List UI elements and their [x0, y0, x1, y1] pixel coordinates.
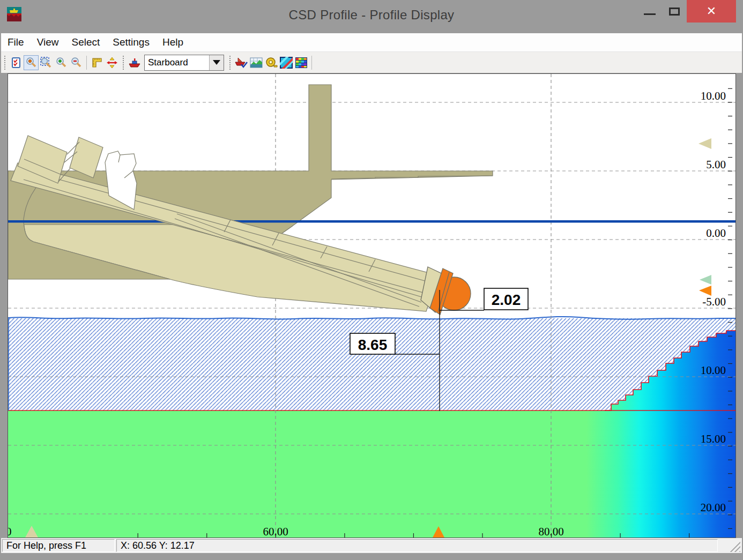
vessel-check-icon[interactable] — [234, 55, 249, 70]
profile-side-value: Starboard — [145, 55, 209, 70]
toolbar-separator — [86, 56, 87, 70]
y-label: -5.00 — [702, 295, 726, 308]
y-label: 0.00 — [706, 227, 726, 240]
window-title: CSD Profile - Profile Display — [0, 8, 743, 23]
profile-display-canvas[interactable]: 2.02 8.65 10.00 5.00 0.00 -5.00 10.00 15… — [8, 73, 736, 538]
maximize-button[interactable] — [662, 0, 687, 23]
toolbar-grip[interactable] — [228, 56, 232, 70]
menu-settings[interactable]: Settings — [106, 33, 156, 52]
close-button[interactable]: ✕ — [687, 0, 736, 23]
slope-view-icon[interactable] — [279, 55, 294, 70]
vertical-range-icon[interactable] — [105, 55, 120, 70]
toolbar-grip[interactable] — [122, 56, 125, 70]
toolbar-separator — [311, 56, 312, 70]
color-matrix-icon[interactable] — [294, 55, 309, 70]
toolbar: Starboard — [1, 52, 742, 73]
cutter-elevation-value: 2.02 — [492, 292, 521, 308]
y-label: 10.00 — [701, 364, 726, 377]
vessel-icon[interactable] — [127, 55, 142, 70]
zoom-in-icon[interactable] — [54, 55, 69, 70]
resize-grip[interactable] — [730, 541, 740, 552]
title-bar: CSD Profile - Profile Display ✕ — [0, 0, 743, 33]
survey-checklist-icon[interactable] — [9, 55, 24, 70]
menu-file[interactable]: File — [1, 33, 31, 52]
zoom-normal-icon[interactable] — [24, 55, 39, 70]
menu-bar: File View Select Settings Help — [1, 33, 742, 52]
y-label: 20.00 — [701, 501, 726, 514]
zoom-out-icon[interactable] — [69, 55, 84, 70]
menu-help[interactable]: Help — [156, 33, 190, 52]
combo-dropdown-button[interactable] — [209, 55, 224, 70]
chevron-down-icon — [213, 60, 220, 65]
menu-select[interactable]: Select — [65, 33, 106, 52]
toolbar-grip[interactable] — [3, 56, 7, 70]
y-label: 5.00 — [706, 158, 726, 171]
menu-view[interactable]: View — [31, 33, 65, 52]
y-label: 10.00 — [701, 89, 726, 102]
ruler-icon[interactable] — [90, 55, 105, 70]
x-label: 0 — [8, 525, 12, 537]
depth-measurement-value: 8.65 — [358, 337, 388, 353]
status-coordinates: X: 60.56 Y: 12.17 — [116, 539, 718, 552]
minimize-button[interactable] — [637, 0, 662, 23]
waterline — [8, 220, 735, 223]
profile-side-select[interactable]: Starboard — [144, 55, 224, 71]
profile-plot: 2.02 8.65 10.00 5.00 0.00 -5.00 10.00 15… — [8, 74, 735, 537]
status-bar: For Help, press F1 X: 60.56 Y: 12.17 — [1, 538, 742, 553]
dredged-depth-zone — [8, 410, 735, 537]
status-help-text: For Help, press F1 — [2, 539, 115, 552]
profile-chart-icon[interactable] — [249, 55, 264, 70]
zoom-window-icon[interactable] — [39, 55, 54, 70]
y-label: 15.00 — [701, 432, 726, 445]
tape-measure-icon[interactable] — [264, 55, 279, 70]
